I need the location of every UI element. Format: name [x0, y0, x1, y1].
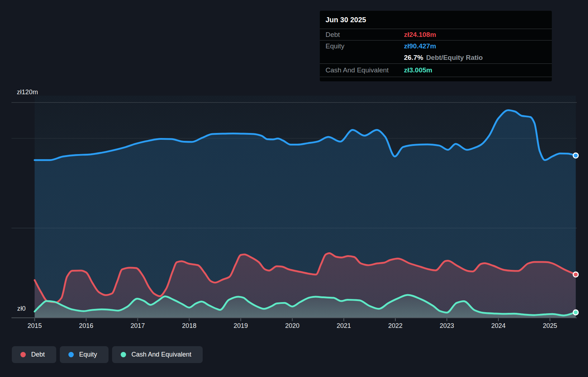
x-axis-label-2025: 2025	[536, 322, 564, 330]
tooltip-row-equity: Equity zł90.427m	[320, 40, 552, 52]
tooltip-ratio-value: 26.7%	[404, 54, 423, 61]
x-axis-label-2018: 2018	[175, 322, 203, 330]
equity-series-dot-icon	[68, 352, 74, 357]
x-axis-label-2021: 2021	[329, 322, 358, 330]
legend-debt-label: Debt	[31, 351, 45, 358]
tooltip-row-cash: Cash And Equivalent zł3.005m	[320, 63, 552, 77]
tooltip-debt-label: Debt	[326, 31, 340, 39]
x-axis-label-2023: 2023	[433, 322, 461, 330]
x-axis-label-2019: 2019	[226, 322, 255, 330]
tooltip-cash-label: Cash And Equivalent	[326, 66, 389, 74]
equity-endpoint-dot	[573, 153, 578, 158]
debt-series-dot-icon	[20, 352, 26, 357]
tooltip-row-debt: Debt zł24.108m	[320, 29, 552, 40]
cash-endpoint-dot	[573, 310, 578, 315]
tooltip-ratio: 26.7%Debt/Equity Ratio	[404, 54, 483, 62]
tooltip-debt-value: zł24.108m	[404, 31, 436, 39]
hover-tooltip: Jun 30 2025 Debt zł24.108m Equity zł90.4…	[320, 11, 552, 81]
tooltip-ratio-label: Debt/Equity Ratio	[426, 54, 483, 61]
tooltip-date: Jun 30 2025	[320, 11, 552, 29]
cash-series-dot-icon	[121, 352, 126, 357]
y-axis-label-bottom: zł0	[17, 305, 26, 312]
tooltip-bottom-spacer	[320, 77, 552, 80]
legend-item-equity[interactable]: Equity	[60, 346, 109, 363]
y-axis-label-top: zł120m	[17, 89, 38, 96]
debt-equity-history-chart: zł120m zł0 20152016201720182019202020212…	[0, 0, 588, 377]
tooltip-equity-label: Equity	[326, 42, 344, 50]
legend-item-debt[interactable]: Debt	[12, 346, 56, 363]
legend-item-cash[interactable]: Cash And Equivalent	[112, 346, 203, 363]
tooltip-cash-value: zł3.005m	[404, 66, 432, 74]
x-axis-label-2020: 2020	[278, 322, 307, 330]
tooltip-equity-value: zł90.427m	[404, 42, 436, 50]
tooltip-row-ratio: 26.7%Debt/Equity Ratio	[320, 52, 552, 63]
legend-cash-label: Cash And Equivalent	[131, 351, 191, 358]
x-axis-label-2015: 2015	[20, 322, 49, 330]
x-axis-label-2017: 2017	[124, 322, 152, 330]
x-axis-label-2022: 2022	[381, 322, 410, 330]
legend-equity-label: Equity	[79, 351, 97, 358]
x-axis-label-2016: 2016	[72, 322, 101, 330]
x-axis-label-2024: 2024	[484, 322, 513, 330]
chart-legend: Debt Equity Cash And Equivalent	[12, 346, 203, 363]
debt-endpoint-dot	[573, 272, 578, 277]
